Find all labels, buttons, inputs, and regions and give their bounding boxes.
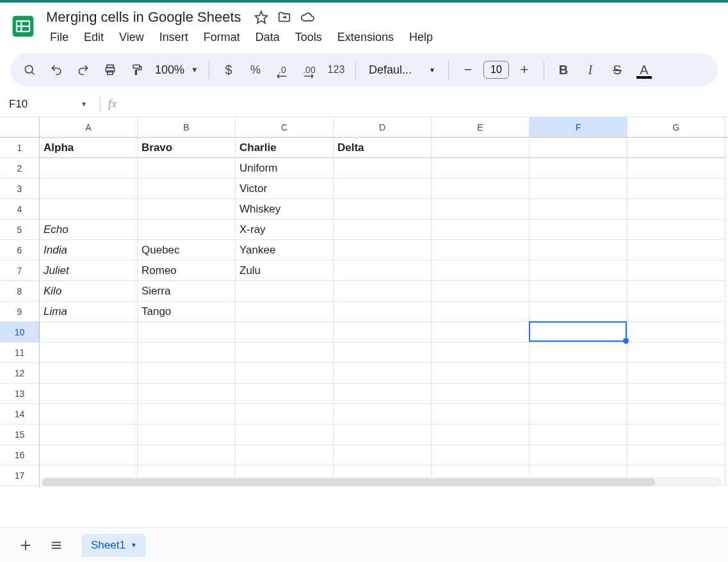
cell-C13[interactable] xyxy=(236,383,334,404)
increase-font-size-button[interactable]: + xyxy=(513,58,536,81)
cell-D6[interactable] xyxy=(334,240,432,261)
strikethrough-button[interactable]: S xyxy=(606,58,629,81)
menu-data[interactable]: Data xyxy=(249,28,286,47)
cell-C14[interactable] xyxy=(236,404,334,424)
row-header-5[interactable]: 5 xyxy=(0,220,40,240)
cell-F5[interactable] xyxy=(530,220,627,240)
menu-help[interactable]: Help xyxy=(403,28,439,47)
cell-F3[interactable] xyxy=(530,179,627,199)
row-header-13[interactable]: 13 xyxy=(0,383,40,404)
cell-A2[interactable] xyxy=(40,158,138,179)
cell-E6[interactable] xyxy=(432,240,530,261)
row-header-15[interactable]: 15 xyxy=(0,424,40,445)
column-header-D[interactable]: D xyxy=(334,117,432,137)
cell-C15[interactable] xyxy=(236,424,334,445)
zoom-select[interactable]: 100% ▼ xyxy=(152,63,201,77)
cell-B4[interactable] xyxy=(138,199,236,220)
row-header-16[interactable]: 16 xyxy=(0,445,40,465)
cell-B16[interactable] xyxy=(138,445,236,465)
column-header-A[interactable]: A xyxy=(40,117,138,137)
cell-B12[interactable] xyxy=(138,363,236,383)
cell-D14[interactable] xyxy=(334,404,432,424)
cell-A16[interactable] xyxy=(40,445,138,465)
menu-extensions[interactable]: Extensions xyxy=(331,28,400,47)
cell-D10[interactable] xyxy=(334,322,432,342)
cell-F12[interactable] xyxy=(530,363,627,383)
cell-F2[interactable] xyxy=(530,158,627,179)
cell-E1[interactable] xyxy=(432,138,530,158)
cell-F6[interactable] xyxy=(530,240,627,261)
cell-C8[interactable] xyxy=(236,281,334,301)
cell-E4[interactable] xyxy=(432,199,530,220)
cell-G8[interactable] xyxy=(627,281,725,301)
column-header-G[interactable]: G xyxy=(627,117,725,137)
cell-E11[interactable] xyxy=(432,342,530,363)
increase-decimal-button[interactable]: .00 xyxy=(298,58,321,81)
more-formats-button[interactable]: 123 xyxy=(325,58,348,81)
cell-G1[interactable] xyxy=(627,138,725,158)
row-header-10[interactable]: 10 xyxy=(0,322,40,342)
decrease-decimal-button[interactable]: .0 xyxy=(271,58,294,81)
column-header-B[interactable]: B xyxy=(138,117,236,137)
cell-A10[interactable] xyxy=(40,322,138,342)
row-header-14[interactable]: 14 xyxy=(0,404,40,424)
cell-G6[interactable] xyxy=(627,240,725,261)
sheets-logo[interactable] xyxy=(10,8,36,42)
chevron-down-icon[interactable]: ▼ xyxy=(131,542,137,549)
cell-F8[interactable] xyxy=(530,281,627,301)
text-color-button[interactable]: A xyxy=(633,58,656,81)
cell-C7[interactable]: Zulu xyxy=(236,261,334,281)
spreadsheet-grid[interactable]: ABCDEFG 123456789101112131415161718 Alph… xyxy=(0,117,728,487)
format-percent-button[interactable]: % xyxy=(244,58,267,81)
cell-A8[interactable]: Kilo xyxy=(40,281,138,301)
cell-D3[interactable] xyxy=(334,179,432,199)
cell-B6[interactable]: Quebec xyxy=(138,240,236,261)
cell-E15[interactable] xyxy=(432,424,530,445)
cell-B5[interactable] xyxy=(138,220,236,240)
menu-insert[interactable]: Insert xyxy=(153,28,195,47)
row-header-4[interactable]: 4 xyxy=(0,199,40,220)
italic-button[interactable]: I xyxy=(579,58,602,81)
cell-F10[interactable] xyxy=(530,322,627,342)
formula-bar-input[interactable] xyxy=(122,95,728,114)
name-box[interactable]: F10 ▼ xyxy=(9,98,92,111)
cell-G9[interactable] xyxy=(627,301,725,322)
column-header-E[interactable]: E xyxy=(432,117,530,137)
cell-G13[interactable] xyxy=(627,383,725,404)
document-title[interactable]: Merging cells in Google Sheets xyxy=(42,8,245,27)
menu-file[interactable]: File xyxy=(44,28,75,47)
cell-A9[interactable]: Lima xyxy=(40,301,138,322)
move-folder-icon[interactable] xyxy=(277,10,291,24)
redo-icon[interactable] xyxy=(72,58,95,81)
row-header-17[interactable]: 17 xyxy=(0,465,40,486)
cell-F9[interactable] xyxy=(530,301,627,322)
cell-A15[interactable] xyxy=(40,424,138,445)
cell-C3[interactable]: Victor xyxy=(236,179,334,199)
cell-E12[interactable] xyxy=(432,363,530,383)
row-header-12[interactable]: 12 xyxy=(0,363,40,383)
cell-D9[interactable] xyxy=(334,301,432,322)
row-header-18[interactable]: 18 xyxy=(0,486,40,487)
cell-E14[interactable] xyxy=(432,404,530,424)
cell-G10[interactable] xyxy=(627,322,725,342)
cell-G15[interactable] xyxy=(627,424,725,445)
cell-C5[interactable]: X-ray xyxy=(236,220,334,240)
decrease-font-size-button[interactable]: − xyxy=(457,58,480,81)
cell-A3[interactable] xyxy=(40,179,138,199)
cell-G7[interactable] xyxy=(627,261,725,281)
cell-D7[interactable] xyxy=(334,261,432,281)
cell-G12[interactable] xyxy=(627,363,725,383)
cell-A5[interactable]: Echo xyxy=(40,220,138,240)
row-header-9[interactable]: 9 xyxy=(0,301,40,322)
cell-D5[interactable] xyxy=(334,220,432,240)
cell-D1[interactable]: Delta xyxy=(334,138,432,158)
cell-B1[interactable]: Bravo xyxy=(138,138,236,158)
cell-G14[interactable] xyxy=(627,404,725,424)
cell-B3[interactable] xyxy=(138,179,236,199)
cell-A14[interactable] xyxy=(40,404,138,424)
cell-A7[interactable]: Juliet xyxy=(40,261,138,281)
cell-F4[interactable] xyxy=(530,199,627,220)
menu-format[interactable]: Format xyxy=(197,28,247,47)
cell-F14[interactable] xyxy=(530,404,627,424)
cell-C16[interactable] xyxy=(236,445,334,465)
